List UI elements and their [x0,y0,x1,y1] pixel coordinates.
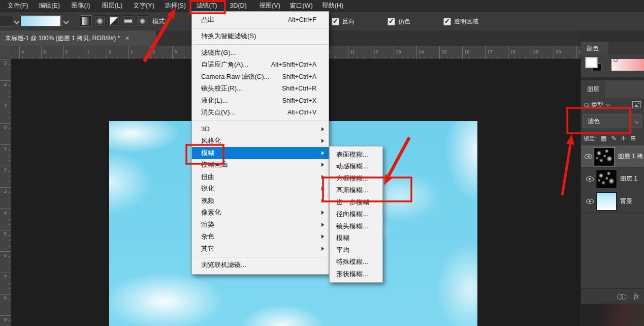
option-checkbox[interactable]: 仿色 [388,17,410,26]
tool-preset-picker[interactable] [0,16,13,27]
blur-submenu-item[interactable]: 表面模糊... [330,149,382,161]
filter-type-chevron-icon[interactable] [606,103,610,107]
lock-position-icon[interactable]: ✛ [621,135,626,142]
filter-menu-item[interactable]: 模糊 [192,147,329,159]
filter-menu-item[interactable]: 像素化 [192,207,329,219]
blur-submenu-item[interactable]: 形状模糊... [330,268,382,280]
checkbox-label: 仿色 [398,17,410,26]
checkbox-checked-icon[interactable] [443,18,451,25]
menu-bar-item[interactable]: 文件(F) [2,0,34,11]
menu-bar-item[interactable]: 编辑(E) [34,0,65,11]
tab-color[interactable]: 颜色 [581,42,608,55]
vertical-ruler-numbers: 3210123456789 [0,59,11,326]
gradient-type-buttons [80,15,148,27]
blur-submenu-item[interactable]: 进一步模糊 [330,196,382,209]
layer-name: 图层 1 [620,174,637,183]
lock-row: 锁定: ▦ ✎ ✛ ⊞ [581,131,644,145]
filter-menu-item-label: 凸出 [201,15,214,24]
ruler-number: 13 [394,46,416,59]
filter-menu-item[interactable]: 视频 [192,195,329,207]
filter-menu-item[interactable]: 扭曲 [192,171,329,183]
menu-bar-item[interactable]: 视图(V) [254,0,285,11]
layer-filter-type[interactable]: 类型 [591,101,603,109]
lock-pixels-icon[interactable]: ✎ [611,135,616,142]
menu-bar-item[interactable]: 图层(L) [96,0,128,11]
filter-menu-item[interactable]: 凸出 Alt+Ctrl+F [192,14,329,26]
checkbox-checked-icon[interactable] [388,18,395,25]
menu-bar-item[interactable]: 选择(S) [159,0,191,11]
blur-submenu-item[interactable]: 径向模糊... [330,209,382,221]
right-panel: 颜色 图层 类型 滤色 锁定: ▦ ✎ ✛ [581,31,644,326]
blur-submenu-item[interactable]: 动感模糊... [330,161,382,173]
filter-menu-item[interactable]: 滤镜库(G)... [192,47,329,59]
layer-row[interactable]: 图层 1 [581,168,644,190]
filter-menu-item[interactable]: 3D [192,123,329,135]
filter-menu-item-label: 消失点(V)... [201,108,235,117]
radial-gradient-button[interactable] [94,15,106,27]
layer-thumbnail[interactable] [594,147,615,166]
filter-menu-item[interactable]: 锐化 [192,183,329,195]
ruler-number: 3 [41,46,63,59]
layer-thumbnail[interactable] [596,170,617,188]
filter-menu-item[interactable]: 转换为智能滤镜(S) [192,31,329,43]
layer-row[interactable]: 图层 1 拷贝 [581,145,644,168]
tab-layers[interactable]: 图层 [581,80,605,98]
menu-bar-item[interactable]: 3D(D) [222,0,254,11]
filter-menu-item[interactable]: 浏览联机滤镜... [192,259,329,272]
filter-menu-item[interactable]: 镜头校正(R)... Shift+Ctrl+R [192,83,329,95]
option-checkbox[interactable]: 透明区域 [443,17,478,26]
layer-thumbnail[interactable] [596,192,617,211]
option-checkbox[interactable]: 反向 [332,17,355,26]
layer-fx-icon[interactable]: fx [634,292,639,301]
blur-submenu-item[interactable]: 镜头模糊... [330,220,382,232]
filter-menu-item[interactable]: 渲染 [192,219,329,231]
menu-bar-item[interactable]: 图像(I) [65,0,96,11]
blur-submenu-item[interactable]: 特殊模糊... [330,256,382,269]
ruler-number: 7 [0,273,11,294]
blur-submenu-item[interactable]: 平均 [330,244,382,256]
layer-row[interactable]: 背景 [581,190,644,213]
menu-bar-item[interactable]: 文字(Y) [128,0,159,11]
filter-menu-item[interactable]: 自适应广角(A)... Alt+Shift+Ctrl+A [192,59,329,71]
filter-menu-item[interactable]: 消失点(V)... Alt+Ctrl+V [192,107,329,119]
blur-submenu-item[interactable]: 模糊 [330,232,382,245]
lock-transparency-icon[interactable]: ▦ [601,135,606,142]
blur-submenu-item[interactable]: 方框模糊... [330,172,382,185]
gradient-picker-chevron-icon[interactable] [63,19,68,23]
menu-bar-item[interactable]: 窗口(W) [285,0,317,11]
image-filter-icon[interactable] [632,101,641,108]
layers-panel-header: 图层 [581,80,644,98]
gradient-preview[interactable] [20,16,61,26]
filter-menu-item-label: 风格化 [201,136,221,145]
layers-panel-bottom-bar: fx [581,288,644,304]
foreground-color-swatch[interactable] [585,57,598,68]
angle-gradient-button[interactable] [108,15,120,27]
vertical-ruler[interactable]: 3210123456789 [0,59,11,326]
filter-menu-item[interactable]: Camera Raw 滤镜(C)... Shift+Ctrl+A [192,71,329,83]
horizontal-ruler-numbers-right: 01112131415161718192021 [325,46,599,59]
tool-preset-chevron-icon[interactable] [14,19,18,23]
filter-menu-item[interactable]: 风格化 [192,135,329,147]
reflected-gradient-button[interactable] [122,15,134,27]
ruler-number: 5 [0,230,11,251]
close-tab-icon[interactable]: × [125,34,129,42]
blur-submenu-item[interactable]: 高斯模糊... [330,185,382,197]
menu-bar-item[interactable]: 帮助(H) [317,0,348,11]
menu-bar-item[interactable]: 滤镜(T) [191,0,222,11]
visibility-toggle[interactable] [583,199,596,204]
document-tab[interactable]: 未标题-1 @ 100% (图层 1 拷贝, RGB/8#) * × [0,31,156,46]
color-ramp-marker[interactable] [614,58,618,62]
linear-gradient-button[interactable] [80,15,91,27]
blend-mode-select[interactable]: 滤色 [583,114,642,128]
diamond-gradient-button[interactable] [137,15,148,27]
visibility-toggle[interactable] [583,154,594,159]
filter-menu-item[interactable]: 液化(L)... Shift+Ctrl+X [192,95,329,107]
filter-menu-item-label: 模糊画廊 [201,160,228,169]
visibility-toggle[interactable] [583,176,596,182]
filter-menu-item[interactable]: 模糊画廊 [192,159,329,171]
filter-menu-item[interactable]: 杂色 [192,231,329,243]
checkbox-checked-icon[interactable] [332,18,339,25]
filter-menu-item[interactable]: 其它 [192,243,329,255]
link-layers-icon[interactable] [617,294,626,299]
lock-artboard-icon[interactable]: ⊞ [631,135,636,142]
